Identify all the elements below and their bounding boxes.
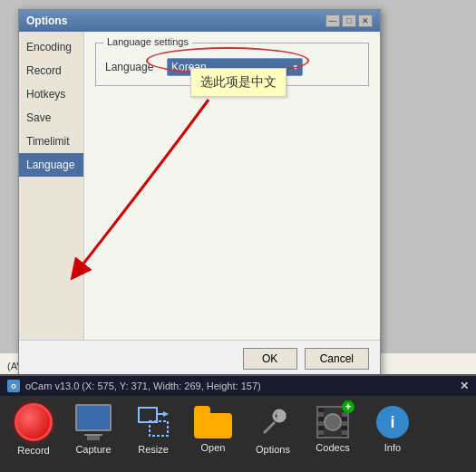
sidebar-item-save[interactable]: Save <box>19 106 83 130</box>
content-area: Language settings Language Korean Englis… <box>84 32 380 340</box>
dialog-footer: OK Cancel <box>19 340 380 377</box>
resize-icon <box>135 404 171 440</box>
toolbar-info[interactable]: i Info <box>370 406 415 453</box>
toolbar-options[interactable]: Options <box>250 404 296 455</box>
sidebar: Encoding Record Hotkeys Save Timelimit L… <box>19 32 84 340</box>
ocam-titlebar: o oCam v13.0 (X: 575, Y: 371, Width: 269… <box>0 376 476 396</box>
language-row: Language Korean English Chinese Japanese <box>105 58 359 76</box>
capture-label: Capture <box>75 444 111 455</box>
minimize-button[interactable]: — <box>325 14 340 27</box>
language-select-wrapper[interactable]: Korean English Chinese Japanese <box>167 58 303 76</box>
language-label: Language <box>105 61 160 73</box>
toolbar-record[interactable]: Record <box>11 403 56 456</box>
maximize-button[interactable]: □ <box>342 14 356 27</box>
record-label: Record <box>17 445 49 456</box>
dialog-title: Options <box>26 14 67 27</box>
dialog-body: Encoding Record Hotkeys Save Timelimit L… <box>19 32 380 340</box>
open-label: Open <box>201 442 226 453</box>
ok-button[interactable]: OK <box>243 348 297 370</box>
dialog-titlebar: Options — □ ✕ <box>19 10 380 32</box>
record-icon <box>15 403 53 441</box>
resize-label: Resize <box>138 444 169 455</box>
section-legend: Language settings <box>103 36 192 47</box>
info-label: Info <box>384 442 401 453</box>
titlebar-controls: — □ ✕ <box>325 14 373 27</box>
sidebar-item-timelimit[interactable]: Timelimit <box>19 130 83 153</box>
close-button[interactable]: ✕ <box>358 14 373 27</box>
sidebar-item-encoding[interactable]: Encoding <box>19 35 83 59</box>
toolbar-open[interactable]: Open <box>190 406 236 453</box>
open-icon <box>194 406 232 438</box>
toolbar-capture[interactable]: Capture <box>71 404 116 455</box>
sidebar-item-hotkeys[interactable]: Hotkeys <box>19 82 83 106</box>
info-icon: i <box>376 406 409 438</box>
options-label: Options <box>256 444 290 455</box>
toolbar-resize[interactable]: Resize <box>131 404 176 455</box>
options-dialog: Options — □ ✕ Encoding Record Hotkeys Sa… <box>18 9 381 378</box>
svg-rect-2 <box>150 421 168 436</box>
cancel-button[interactable]: Cancel <box>305 348 369 370</box>
capture-icon <box>73 404 113 440</box>
ocam-toolbar: o oCam v13.0 (X: 575, Y: 371, Width: 269… <box>0 374 476 472</box>
codecs-label: Codecs <box>316 442 349 453</box>
codecs-icon: + <box>316 406 349 438</box>
options-icon <box>255 404 291 440</box>
sidebar-item-language[interactable]: Language <box>19 153 83 177</box>
ocam-close-button[interactable]: ✕ <box>460 380 469 392</box>
sidebar-item-record[interactable]: Record <box>19 59 83 82</box>
ocam-app-icon: o <box>7 380 20 392</box>
ocam-icon-row: Record Capture Resize <box>0 396 476 463</box>
language-section: Language settings Language Korean Englis… <box>95 43 369 86</box>
language-select[interactable]: Korean English Chinese Japanese <box>167 58 303 76</box>
svg-rect-1 <box>139 408 157 422</box>
svg-marker-4 <box>163 411 169 417</box>
ocam-title: oCam v13.0 (X: 575, Y: 371, Width: 269, … <box>25 380 261 391</box>
toolbar-codecs[interactable]: + Codecs <box>310 406 355 453</box>
